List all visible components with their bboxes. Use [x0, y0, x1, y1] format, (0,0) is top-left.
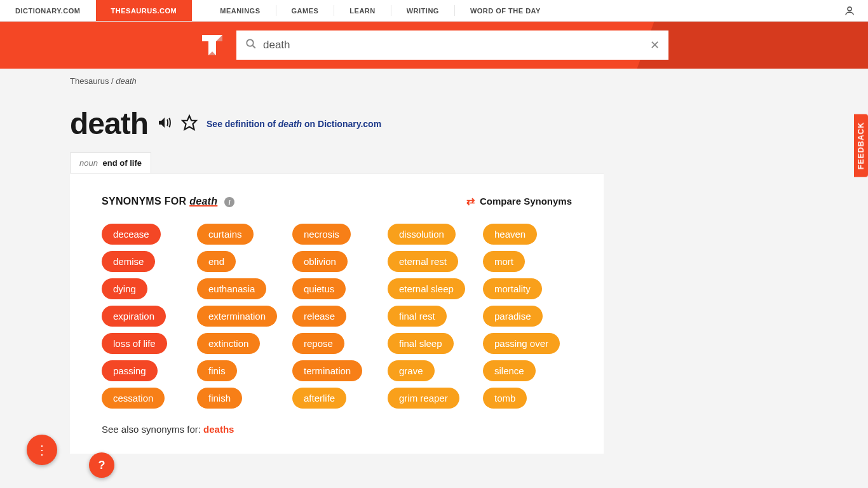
synonym-pill[interactable]: passing over — [483, 333, 560, 354]
synonym-pill[interactable]: release — [292, 306, 346, 327]
svg-marker-3 — [182, 116, 196, 130]
synonym-pill[interactable]: eternal rest — [388, 251, 458, 272]
thesaurus-logo-icon[interactable] — [197, 30, 227, 60]
synonym-pill[interactable]: afterlife — [292, 388, 346, 409]
synonym-pill[interactable]: repose — [292, 333, 344, 354]
search-bar: ✕ — [0, 22, 868, 69]
synonym-pill[interactable]: grave — [388, 360, 435, 381]
tab-dictionary[interactable]: DICTIONARY.COM — [0, 0, 96, 21]
search-input[interactable] — [263, 39, 650, 51]
help-fab[interactable]: ? — [89, 452, 114, 478]
sense-label: end of life — [103, 158, 142, 168]
synonyms-grid: deceasedemisedyingexpirationloss of life… — [102, 224, 572, 409]
nav-meanings[interactable]: MEANINGS — [205, 0, 275, 21]
synonym-pill[interactable]: finish — [197, 388, 242, 409]
synonym-pill[interactable]: final sleep — [388, 333, 454, 354]
svg-point-0 — [848, 7, 851, 11]
synonym-pill[interactable]: finis — [197, 360, 237, 381]
pos-label: noun — [79, 158, 98, 168]
info-icon[interactable]: i — [224, 197, 234, 207]
nav-writing[interactable]: WRITING — [391, 0, 454, 21]
see-also: See also synonyms for: deaths — [102, 424, 572, 435]
synonym-pill[interactable]: cessation — [102, 388, 165, 409]
svg-line-2 — [252, 45, 255, 48]
user-icon[interactable] — [831, 0, 868, 21]
synonym-pill[interactable]: decease — [102, 224, 161, 245]
synonym-pill[interactable]: dying — [102, 278, 147, 299]
synonym-pill[interactable]: paradise — [483, 306, 543, 327]
synonyms-heading: SYNONYMS FOR death i — [102, 196, 234, 207]
synonym-pill[interactable]: eternal sleep — [388, 278, 465, 299]
nav-wotd[interactable]: WORD OF THE DAY — [455, 0, 556, 21]
breadcrumb-current: death — [116, 76, 137, 86]
synonym-pill[interactable]: mort — [483, 251, 525, 272]
pos-tab[interactable]: noun end of life — [70, 152, 151, 173]
synonym-pill[interactable]: extinction — [197, 333, 260, 354]
synonym-pill[interactable]: euthanasia — [197, 278, 266, 299]
synonym-pill[interactable]: oblivion — [292, 251, 348, 272]
synonym-pill[interactable]: termination — [292, 360, 362, 381]
star-icon[interactable] — [181, 114, 198, 133]
more-options-fab[interactable]: ⋮ — [27, 435, 57, 465]
synonym-pill[interactable]: final rest — [388, 306, 447, 327]
synonym-pill[interactable]: end — [197, 251, 236, 272]
synonym-pill[interactable]: heaven — [483, 224, 537, 245]
clear-icon[interactable]: ✕ — [650, 38, 660, 52]
search-icon — [245, 38, 257, 52]
headword-row: death See definition of death on Diction… — [70, 106, 604, 141]
search-box: ✕ — [236, 30, 668, 60]
synonym-pill[interactable]: demise — [102, 251, 155, 272]
breadcrumb-root[interactable]: Thesaurus — [70, 76, 109, 86]
synonym-pill[interactable]: passing — [102, 360, 158, 381]
synonym-pill[interactable]: silence — [483, 360, 536, 381]
synonym-pill[interactable]: dissolution — [388, 224, 456, 245]
synonym-pill[interactable]: grim reaper — [388, 388, 459, 409]
tab-thesaurus[interactable]: THESAURUS.COM — [96, 0, 193, 21]
synonym-pill[interactable]: quietus — [292, 278, 346, 299]
svg-point-1 — [247, 39, 254, 46]
synonym-pill[interactable]: curtains — [197, 224, 254, 245]
audio-icon[interactable] — [157, 115, 172, 133]
breadcrumb: Thesaurus / death — [70, 69, 604, 93]
synonym-pill[interactable]: extermination — [197, 306, 277, 327]
top-nav: DICTIONARY.COM THESAURUS.COM MEANINGS GA… — [0, 0, 868, 22]
nav-learn[interactable]: LEARN — [334, 0, 390, 21]
synonym-pill[interactable]: expiration — [102, 306, 166, 327]
feedback-tab[interactable]: FEEDBACK — [854, 114, 868, 177]
definition-link[interactable]: See definition of death on Dictionary.co… — [207, 119, 381, 129]
synonyms-card: SYNONYMS FOR death i ⇄ Compare Synonyms … — [70, 173, 604, 454]
synonym-pill[interactable]: tomb — [483, 388, 527, 409]
synonym-pill[interactable]: loss of life — [102, 333, 167, 354]
headword: death — [70, 106, 148, 141]
nav-games[interactable]: GAMES — [276, 0, 334, 21]
synonym-pill[interactable]: mortality — [483, 278, 542, 299]
compare-synonyms-button[interactable]: ⇄ Compare Synonyms — [466, 195, 572, 207]
swap-icon: ⇄ — [466, 195, 475, 207]
synonym-pill[interactable]: necrosis — [292, 224, 351, 245]
see-also-link[interactable]: deaths — [203, 424, 234, 435]
